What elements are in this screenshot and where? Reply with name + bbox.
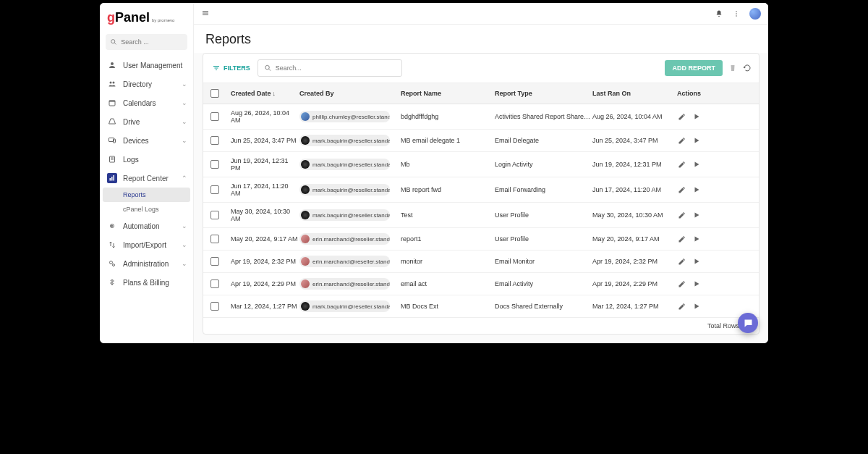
run-icon[interactable]: [692, 160, 701, 169]
cell-created-date: Aug 26, 2024, 10:04 AM: [231, 109, 299, 124]
cell-created-by: mark.baquirin@reseller.standard...: [299, 209, 401, 221]
nav-label: Administration: [123, 260, 169, 268]
gear-play-icon: [107, 221, 117, 231]
run-icon[interactable]: [692, 302, 701, 311]
user-chip[interactable]: mark.baquirin@reseller.standard...: [299, 159, 390, 170]
col-created-by[interactable]: Created By: [299, 90, 401, 97]
run-icon[interactable]: [692, 257, 701, 266]
sidebar-nav: User Management Directory ⌄ Calendars ⌄ …: [100, 56, 193, 343]
cell-report-type: Docs Shared Externally: [495, 303, 592, 310]
col-last-ran[interactable]: Last Ran On: [592, 90, 665, 97]
user-chip[interactable]: mark.baquirin@reseller.standard...: [299, 184, 390, 196]
row-checkbox[interactable]: [210, 279, 219, 288]
svg-rect-13: [111, 177, 113, 181]
row-checkbox[interactable]: [210, 257, 219, 266]
user-chip[interactable]: erin.marchand@reseller.standar...: [299, 278, 390, 290]
bell-icon[interactable]: [715, 9, 723, 18]
run-icon[interactable]: [692, 279, 701, 288]
more-vert-icon[interactable]: [732, 9, 741, 18]
menu-toggle-icon[interactable]: [201, 7, 210, 20]
user-chip[interactable]: mark.baquirin@reseller.standard...: [299, 135, 390, 146]
sidebar-item-calendars[interactable]: Calendars ⌄: [100, 93, 193, 112]
edit-icon[interactable]: [678, 112, 686, 121]
row-checkbox[interactable]: [210, 211, 219, 219]
sidebar: gPanel by promevo User Management Direct…: [100, 3, 194, 343]
filters-button[interactable]: FILTERS: [210, 61, 252, 75]
sidebar-subitem-reports[interactable]: Reports: [103, 188, 190, 202]
edit-icon[interactable]: [678, 136, 686, 145]
user-chip[interactable]: erin.marchand@reseller.standar...: [299, 233, 390, 245]
sidebar-item-administration[interactable]: Administration ⌄: [100, 254, 193, 273]
sidebar-item-directory[interactable]: Directory ⌄: [100, 75, 193, 93]
svg-rect-14: [114, 175, 115, 181]
cell-report-name: bdghdfffdghg: [401, 113, 495, 120]
sidebar-search[interactable]: [106, 34, 187, 50]
chat-fab[interactable]: [738, 313, 758, 333]
run-icon[interactable]: [692, 185, 701, 194]
cell-last-ran: May 30, 2024, 10:30 AM: [592, 211, 665, 219]
cell-created-date: Apr 19, 2024, 2:32 PM: [231, 258, 299, 265]
col-created-date[interactable]: Created Date↓: [231, 90, 299, 97]
table-search[interactable]: [258, 59, 402, 77]
add-report-button[interactable]: ADD REPORT: [665, 60, 723, 76]
table-row: Apr 19, 2024, 2:32 PMerin.marchand@resel…: [203, 251, 759, 273]
svg-point-16: [110, 261, 113, 264]
user-chip[interactable]: erin.marchand@reseller.standar...: [299, 256, 390, 267]
avatar-icon: [301, 185, 310, 194]
cell-created-date: Apr 19, 2024, 2:29 PM: [231, 280, 299, 287]
cell-created-by: mark.baquirin@reseller.standar...: [299, 300, 401, 312]
table-search-input[interactable]: [276, 64, 396, 72]
delete-icon[interactable]: [728, 64, 737, 72]
row-checkbox[interactable]: [210, 235, 219, 243]
sidebar-item-user-management[interactable]: User Management: [100, 56, 193, 75]
row-checkbox[interactable]: [210, 112, 219, 121]
run-icon[interactable]: [692, 235, 701, 243]
edit-icon[interactable]: [678, 302, 686, 311]
sidebar-item-import-export[interactable]: Import/Export ⌄: [100, 235, 193, 254]
cell-last-ran: Jun 25, 2024, 3:47 PM: [592, 137, 665, 144]
sidebar-subitem-cpanel-logs[interactable]: cPanel Logs: [103, 202, 190, 217]
run-icon[interactable]: [692, 136, 701, 145]
row-checkbox[interactable]: [210, 302, 219, 311]
user-chip[interactable]: mark.baquirin@reseller.standard...: [299, 209, 390, 221]
dollar-icon: [107, 277, 117, 287]
sidebar-item-automation[interactable]: Automation ⌄: [100, 217, 193, 235]
row-checkbox[interactable]: [210, 136, 219, 145]
user-chip[interactable]: mark.baquirin@reseller.standar...: [299, 300, 390, 312]
run-icon[interactable]: [692, 112, 701, 121]
sidebar-item-drive[interactable]: Drive ⌄: [100, 112, 193, 131]
edit-icon[interactable]: [678, 257, 686, 266]
devices-icon: [107, 135, 117, 146]
svg-rect-5: [109, 101, 115, 106]
table-header: Created Date↓ Created By Report Name Rep…: [203, 83, 759, 104]
select-all-checkbox[interactable]: [210, 89, 219, 98]
avatar-icon: [301, 279, 310, 288]
edit-icon[interactable]: [678, 235, 686, 243]
refresh-icon[interactable]: [743, 64, 752, 72]
col-actions: Actions: [665, 90, 701, 97]
sidebar-item-devices[interactable]: Devices ⌄: [100, 131, 193, 150]
sidebar-item-logs[interactable]: Logs: [100, 150, 193, 169]
cell-report-name: Test: [401, 211, 495, 219]
svg-point-2: [111, 62, 114, 65]
row-checkbox[interactable]: [210, 160, 219, 169]
edit-icon[interactable]: [678, 279, 686, 288]
edit-icon[interactable]: [678, 185, 686, 194]
row-checkbox[interactable]: [210, 185, 219, 194]
edit-icon[interactable]: [678, 211, 686, 219]
col-report-type[interactable]: Report Type: [495, 90, 592, 97]
directory-icon: [107, 79, 117, 89]
sidebar-item-plans-billing[interactable]: Plans & Billing: [100, 273, 193, 292]
run-icon[interactable]: [692, 211, 701, 219]
col-report-name[interactable]: Report Name: [401, 90, 495, 97]
cell-last-ran: Mar 12, 2024, 1:27 PM: [592, 303, 665, 310]
sidebar-search-input[interactable]: [121, 38, 183, 46]
sidebar-item-report-center[interactable]: Report Center ⌃: [100, 169, 193, 188]
nav-label: Devices: [123, 137, 149, 145]
edit-icon[interactable]: [678, 160, 686, 169]
user-avatar[interactable]: [749, 8, 761, 20]
cell-created-by: mark.baquirin@reseller.standard...: [299, 159, 401, 170]
logo-panel: Panel: [115, 10, 150, 25]
user-chip[interactable]: phillip.chumley@reseller.standa...: [299, 111, 390, 122]
cell-report-name: MB Docs Ext: [401, 303, 495, 310]
